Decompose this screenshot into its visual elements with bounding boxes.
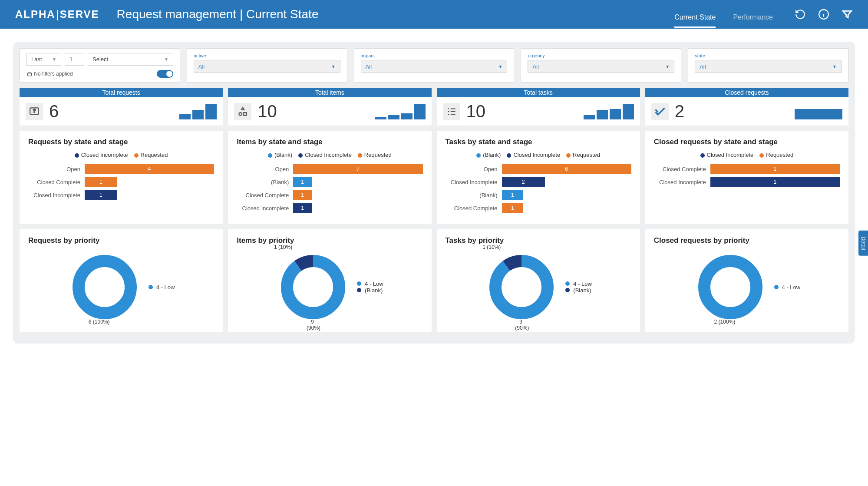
state-chart-card: Closed requests by state and stageClosed… <box>645 131 848 224</box>
priority-chart-card: Items by priority1 (10%)9(90%)4 - Low(Bl… <box>228 229 431 332</box>
header-actions <box>795 9 853 20</box>
legend: Closed IncompleteRequested <box>28 152 214 158</box>
card-title: Closed requests by state and stage <box>654 138 840 146</box>
bar-chart: Closed Complete1Closed Incomplete1 <box>654 164 840 187</box>
bar-row[interactable]: (Blank)1 <box>237 177 422 187</box>
tab-performance[interactable]: Performance <box>733 4 773 25</box>
legend-item[interactable]: 4 - Low <box>565 281 592 287</box>
filter-active: activeAll▼ <box>187 48 347 83</box>
filter-urgency: urgencyAll▼ <box>521 48 681 83</box>
kpi-card[interactable]: Closed requests2 <box>645 88 848 126</box>
bar-row[interactable]: Closed Complete1 <box>446 203 631 213</box>
kpi-icon <box>234 103 251 120</box>
bar-label: Closed Incomplete <box>446 179 502 185</box>
filter-select-active[interactable]: All▼ <box>194 60 340 73</box>
bar-row[interactable]: Closed Complete1 <box>28 177 214 187</box>
legend-item[interactable]: Closed Incomplete <box>298 152 352 158</box>
donut-segment[interactable] <box>287 261 339 313</box>
filter-label: urgency <box>528 53 674 58</box>
kpi-card[interactable]: Total tasks10 <box>437 88 640 126</box>
legend-item[interactable]: Requested <box>134 152 168 158</box>
kpi-card[interactable]: Total items10 <box>228 88 431 126</box>
legend-item[interactable]: (Blank) <box>268 152 292 158</box>
bar-segment: 1 <box>710 177 840 187</box>
tab-current-state[interactable]: Current State <box>674 4 716 25</box>
legend-item[interactable]: Requested <box>566 152 600 158</box>
state-charts-row: Requests by state and stageClosed Incomp… <box>20 131 848 224</box>
legend: 4 - Low <box>774 284 801 291</box>
header-tabs: Current State Performance <box>674 4 773 25</box>
legend: 4 - Low(Blank) <box>565 281 592 294</box>
legend-item[interactable]: Closed Incomplete <box>700 152 754 158</box>
svg-point-4 <box>239 112 242 116</box>
bar-segment: 4 <box>85 164 214 174</box>
bar-row[interactable]: Closed Incomplete2 <box>446 177 631 187</box>
sparkline <box>584 104 634 119</box>
bar-segment: 1 <box>293 203 312 213</box>
bar-segment: 6 <box>502 164 631 174</box>
donut-chart: 6 (100%) <box>68 250 142 324</box>
sparkline <box>179 104 217 119</box>
filter-icon[interactable] <box>842 9 853 20</box>
bar-row[interactable]: Closed Incomplete1 <box>237 203 422 213</box>
legend: (Blank)Closed IncompleteRequested <box>446 152 631 158</box>
donut-segment[interactable] <box>79 261 131 313</box>
kpi-title: Closed requests <box>645 88 848 97</box>
bar-segment: 2 <box>502 177 545 187</box>
legend-item[interactable]: 4 - Low <box>357 281 383 287</box>
date-filter-card: Last▼ 1 Select▼ No filters applied <box>20 48 180 83</box>
bar-row[interactable]: Closed Complete1 <box>654 164 840 174</box>
bar-row[interactable]: (Blank)1 <box>446 190 631 200</box>
legend-item[interactable]: Requested <box>759 152 793 158</box>
last-select[interactable]: Last▼ <box>26 53 61 66</box>
kpi-value: 10 <box>257 102 369 121</box>
detail-side-tab[interactable]: Detail <box>858 230 868 256</box>
num-input[interactable]: 1 <box>65 53 84 66</box>
legend-item[interactable]: (Blank) <box>357 287 383 294</box>
refresh-icon[interactable] <box>795 9 806 20</box>
donut-segment[interactable] <box>495 261 548 313</box>
donut-data-label: (90%) <box>515 325 529 331</box>
bar-row[interactable]: Open7 <box>237 164 422 174</box>
filter-toggle[interactable] <box>157 70 173 78</box>
priority-chart-card: Tasks by priority1 (10%)9(90%)4 - Low(Bl… <box>437 229 640 332</box>
filter-select-urgency[interactable]: All▼ <box>528 60 674 73</box>
card-title: Requests by state and stage <box>28 138 214 146</box>
bar-row[interactable]: Closed Incomplete1 <box>654 177 840 187</box>
bar-row[interactable]: Closed Complete1 <box>237 190 422 200</box>
legend: 4 - Low(Blank) <box>357 281 383 294</box>
svg-rect-5 <box>244 112 247 116</box>
legend-item[interactable]: (Blank) <box>565 287 592 294</box>
legend-item[interactable]: Closed Incomplete <box>507 152 560 158</box>
legend-item[interactable]: (Blank) <box>476 152 501 158</box>
bar-segment: 1 <box>85 190 117 200</box>
bar-chart: Open7(Blank)1Closed Complete1Closed Inco… <box>237 164 422 213</box>
filter-select-state[interactable]: All▼ <box>695 60 842 73</box>
priority-chart-card: Closed requests by priority2 (100%)4 - L… <box>645 229 848 332</box>
bar-chart: Open4Closed Complete1Closed Incomplete1 <box>28 164 214 200</box>
bar-row[interactable]: Closed Incomplete1 <box>28 190 214 200</box>
logo: ALPHASERVE <box>15 8 99 20</box>
kpi-icon: ? <box>26 103 43 120</box>
bar-label: Open <box>446 166 502 172</box>
legend-item[interactable]: Closed Incomplete <box>75 152 128 158</box>
bar-chart: Open6Closed Incomplete2(Blank)1Closed Co… <box>446 164 631 213</box>
page-title: Request management | Current State <box>117 7 319 21</box>
bar-label: Closed Incomplete <box>237 205 293 212</box>
bar-label: Open <box>28 166 85 172</box>
legend-item[interactable]: 4 - Low <box>149 284 175 291</box>
legend-item[interactable]: Requested <box>358 152 392 158</box>
legend: 4 - Low <box>149 284 175 291</box>
unit-select[interactable]: Select▼ <box>88 53 173 66</box>
filter-select-impact[interactable]: All▼ <box>361 60 508 73</box>
kpi-value: 6 <box>49 102 173 121</box>
bar-row[interactable]: Open6 <box>446 164 631 174</box>
kpi-title: Total tasks <box>437 88 640 97</box>
kpi-card[interactable]: Total requests?6 <box>20 88 223 126</box>
donut-data-label: 9 <box>519 319 522 325</box>
legend-item[interactable]: 4 - Low <box>774 284 801 291</box>
state-chart-card: Items by state and stage(Blank)Closed In… <box>228 131 431 224</box>
bar-row[interactable]: Open4 <box>28 164 214 174</box>
donut-segment[interactable] <box>704 261 756 313</box>
info-icon[interactable] <box>818 9 829 20</box>
